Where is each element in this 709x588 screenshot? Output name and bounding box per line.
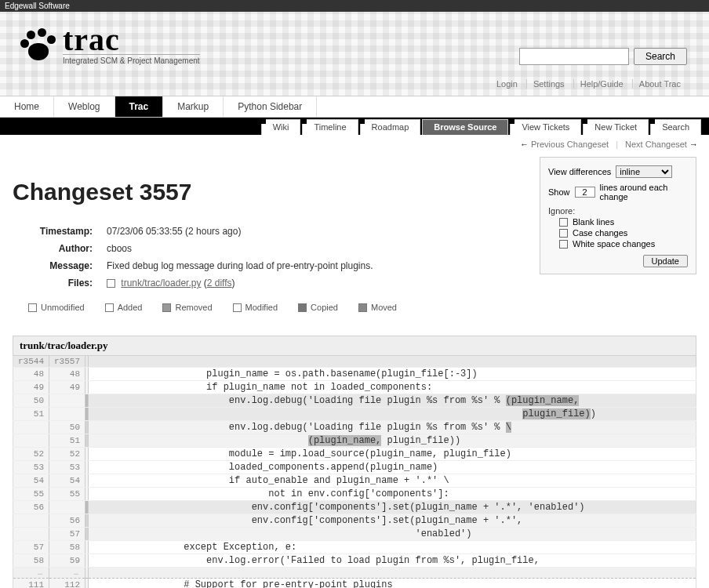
diff-row: 56 env.config['components'].set(plugin_n…: [13, 501, 696, 514]
search-button[interactable]: Search: [634, 48, 687, 65]
legend-unmodified-icon: [28, 303, 37, 312]
diff-row: 111112 # Support for pre-entry-point plu…: [13, 579, 696, 589]
logo-tagline: Integrated SCM & Project Management: [63, 54, 200, 65]
next-changeset-link[interactable]: Next Changeset: [625, 140, 687, 149]
diff-row: 51 (plugin_name, plugin_file)): [13, 434, 696, 448]
diff-table: r3544 r3557 4848 plugin_name = os.path.b…: [13, 356, 696, 588]
nav-search[interactable]: Search: [650, 119, 701, 135]
message-label: Message:: [13, 257, 99, 274]
mainnav: Wiki Timeline Roadmap Browse Source View…: [0, 118, 709, 135]
viewdiff-select[interactable]: inline: [616, 165, 672, 178]
update-button[interactable]: Update: [643, 255, 688, 267]
tab-home[interactable]: Home: [0, 96, 54, 117]
search-input[interactable]: [519, 48, 629, 65]
context-lines-input[interactable]: [575, 187, 595, 198]
diff-row: 4848 plugin_name = os.path.basename(plug…: [13, 368, 696, 381]
diff-file-header: trunk/trac/loader.py: [13, 336, 696, 356]
diff-row: 57 'enabled'): [13, 528, 696, 541]
changeset-info: Timestamp: 07/23/06 05:33:55 (2 hours ag…: [13, 223, 529, 292]
legend-removed-icon: [162, 303, 171, 312]
diff-row: 56 env.config['components'].set(plugin_n…: [13, 514, 696, 528]
trac-paw-icon: [19, 27, 55, 64]
legend-added-icon: [105, 303, 114, 312]
diff-row: 5555 not in env.config['components']:: [13, 488, 696, 501]
context-nav: ← Previous Changeset | Next Changeset →: [0, 135, 709, 149]
tab-weblog[interactable]: Weblog: [54, 96, 115, 117]
help-link[interactable]: Help/Guide: [573, 79, 630, 89]
show-suffix: lines around each change: [600, 183, 688, 201]
legend-copied-icon: [298, 303, 307, 312]
diff-row: 51 plugin_file)): [13, 408, 696, 421]
diff-prefs-panel: View differences inline Show lines aroun…: [540, 157, 696, 274]
nav-roadmap[interactable]: Roadmap: [360, 119, 421, 135]
legend-modified-icon: [233, 303, 242, 312]
ignore-ws-checkbox[interactable]: [559, 240, 568, 249]
site-tabs: Home Weblog Trac Markup Python Sidebar: [0, 96, 709, 118]
logo[interactable]: trac Integrated SCM & Project Management: [19, 26, 200, 65]
rev-new-header: r3557: [49, 356, 85, 368]
viewdiff-label: View differences: [548, 167, 611, 176]
file-diffs-link[interactable]: 2 diffs: [207, 278, 232, 289]
metanav: Login Settings Help/Guide About Trac: [490, 79, 687, 89]
ignore-label: Ignore:: [548, 206, 575, 216]
tab-python-sidebar[interactable]: Python Sidebar: [224, 96, 317, 117]
timestamp-label: Timestamp:: [13, 223, 99, 240]
legend: Unmodified Added Removed Modified Copied…: [28, 303, 696, 312]
diff-row: 4949 if plugin_name not in loaded_compon…: [13, 381, 696, 394]
show-label: Show: [548, 187, 570, 197]
login-link[interactable]: Login: [490, 79, 524, 89]
legend-moved-icon: [358, 303, 367, 312]
diff-row: 50 env.log.debug('Loading file plugin %s…: [13, 394, 696, 408]
diff-row: ……: [13, 568, 696, 579]
diff-row: 5353 loaded_components.append(plugin_nam…: [13, 461, 696, 474]
tab-trac[interactable]: Trac: [115, 96, 164, 117]
diff-row: 5859 env.log.error('Failed to load plugi…: [13, 554, 696, 568]
prev-changeset-link[interactable]: Previous Changeset: [531, 140, 609, 149]
rev-old-header: r3544: [13, 356, 49, 368]
diff-row: 5454 if auto_enable and plugin_name + '.…: [13, 474, 696, 488]
settings-link[interactable]: Settings: [526, 79, 571, 89]
author-label: Author:: [13, 240, 99, 257]
tab-markup[interactable]: Markup: [163, 96, 224, 117]
nav-view-tickets[interactable]: View Tickets: [510, 119, 581, 135]
edgewall-link[interactable]: Edgewall Software: [5, 2, 70, 10]
about-link[interactable]: About Trac: [632, 79, 687, 89]
logo-text: trac: [63, 26, 200, 54]
message-value: Fixed debug log message during load of p…: [107, 257, 529, 274]
author-value: cboos: [107, 240, 529, 257]
nav-browse-source[interactable]: Browse Source: [422, 119, 508, 135]
file-path-link[interactable]: trunk/trac/loader.py: [121, 278, 201, 289]
ignore-case-checkbox[interactable]: [559, 229, 568, 238]
nav-timeline[interactable]: Timeline: [302, 119, 358, 135]
ignore-blank-checkbox[interactable]: [559, 218, 568, 227]
timestamp-value: 07/23/06 05:33:55 (2 hours ago): [107, 223, 529, 240]
nav-new-ticket[interactable]: New Ticket: [583, 119, 649, 135]
nav-wiki[interactable]: Wiki: [261, 119, 301, 135]
diff-row: 50 env.log.debug('Loading file plugin %s…: [13, 421, 696, 434]
files-label: Files:: [13, 274, 99, 292]
file-change-icon: [107, 279, 115, 288]
diff-row: 5252 module = imp.load_source(plugin_nam…: [13, 448, 696, 461]
banner: trac Integrated SCM & Project Management…: [0, 12, 709, 96]
diff-row: 5758 except Exception, e:: [13, 541, 696, 554]
